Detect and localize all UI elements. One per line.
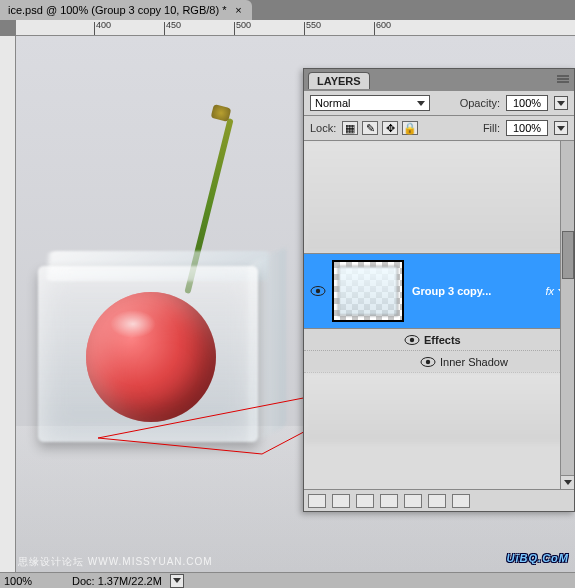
document-tab[interactable]: ice.psd @ 100% (Group 3 copy 10, RGB/8) … <box>0 0 252 20</box>
link-layers-icon[interactable] <box>308 494 326 508</box>
panel-tab-bar: LAYERS <box>304 69 574 91</box>
svg-point-11 <box>426 359 430 363</box>
blend-mode-select[interactable]: Normal <box>310 95 430 111</box>
ruler-mark: 500 <box>236 20 251 30</box>
lock-row: Lock: ▦ ✎ ✥ 🔒 Fill: 100% <box>304 116 574 141</box>
document-title: ice.psd @ 100% (Group 3 copy 10, RGB/8) … <box>8 4 226 16</box>
lock-position-icon[interactable]: ✥ <box>382 121 398 135</box>
scroll-down-icon[interactable] <box>561 475 574 489</box>
fx-icon[interactable] <box>332 494 350 508</box>
layer-row-blurred <box>304 373 574 443</box>
zoom-level[interactable]: 100% <box>4 575 64 587</box>
layers-footer <box>304 489 574 511</box>
visibility-toggle[interactable] <box>400 334 424 346</box>
fill-label: Fill: <box>483 122 500 134</box>
layer-thumbnail[interactable] <box>332 260 404 322</box>
status-menu-icon[interactable] <box>170 574 184 588</box>
ruler-vertical <box>0 36 16 572</box>
tab-layers[interactable]: LAYERS <box>308 72 370 89</box>
layer-list: Group 3 copy... fx Effects Inner Shadow <box>304 141 574 489</box>
effects-label: Effects <box>424 334 461 346</box>
layer-name[interactable]: Group 3 copy... <box>412 285 491 297</box>
svg-point-7 <box>316 289 320 293</box>
mask-icon[interactable] <box>356 494 374 508</box>
scrollbar-thumb[interactable] <box>562 231 574 279</box>
doc-size: Doc: 1.37M/22.2M <box>72 575 162 587</box>
watermark-right: UiBQ.CoM <box>507 542 569 568</box>
document-tab-bar: ice.psd @ 100% (Group 3 copy 10, RGB/8) … <box>0 0 575 20</box>
lock-pixels-icon[interactable]: ✎ <box>362 121 378 135</box>
visibility-toggle[interactable] <box>416 356 440 368</box>
layers-panel: LAYERS Normal Opacity: 100% Lock: ▦ ✎ ✥ … <box>303 68 575 512</box>
cherry-stem-tip <box>211 104 232 122</box>
ruler-mark: 400 <box>96 20 111 30</box>
close-icon[interactable]: × <box>232 4 244 16</box>
ruler-mark: 550 <box>306 20 321 30</box>
watermark-left: 思缘设计论坛 WWW.MISSYUAN.COM <box>18 555 213 569</box>
trash-icon[interactable] <box>452 494 470 508</box>
visibility-toggle[interactable] <box>304 285 332 297</box>
effect-inner-shadow[interactable]: Inner Shadow <box>304 351 574 373</box>
lock-all-icon[interactable]: 🔒 <box>402 121 418 135</box>
fill-input[interactable]: 100% <box>506 120 548 136</box>
opacity-label: Opacity: <box>460 97 500 109</box>
cherry <box>86 292 216 422</box>
svg-point-9 <box>410 337 414 341</box>
new-layer-icon[interactable] <box>428 494 446 508</box>
group-icon[interactable] <box>404 494 422 508</box>
lock-transparency-icon[interactable]: ▦ <box>342 121 358 135</box>
lock-label: Lock: <box>310 122 336 134</box>
chevron-down-icon <box>417 101 425 106</box>
layer-row-blurred <box>304 141 574 253</box>
fill-flyout-icon[interactable] <box>554 121 568 135</box>
blend-row: Normal Opacity: 100% <box>304 91 574 116</box>
panel-menu-icon[interactable] <box>552 69 574 91</box>
layer-row-selected[interactable]: Group 3 copy... fx <box>304 253 574 329</box>
opacity-input[interactable]: 100% <box>506 95 548 111</box>
effects-header[interactable]: Effects <box>304 329 574 351</box>
opacity-flyout-icon[interactable] <box>554 96 568 110</box>
adjustment-icon[interactable] <box>380 494 398 508</box>
effect-name: Inner Shadow <box>440 356 508 368</box>
status-bar: 100% Doc: 1.37M/22.2M <box>0 572 575 588</box>
ruler-horizontal: 400 450 500 550 600 <box>16 20 575 36</box>
scrollbar-vertical[interactable] <box>560 141 574 489</box>
ruler-mark: 600 <box>376 20 391 30</box>
ruler-mark: 450 <box>166 20 181 30</box>
